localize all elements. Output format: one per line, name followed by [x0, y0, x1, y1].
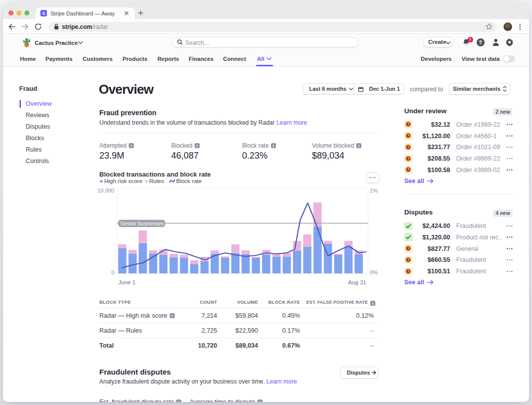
svg-text:Similar businesses: Similar businesses: [120, 220, 164, 226]
svg-text:S: S: [42, 10, 45, 16]
